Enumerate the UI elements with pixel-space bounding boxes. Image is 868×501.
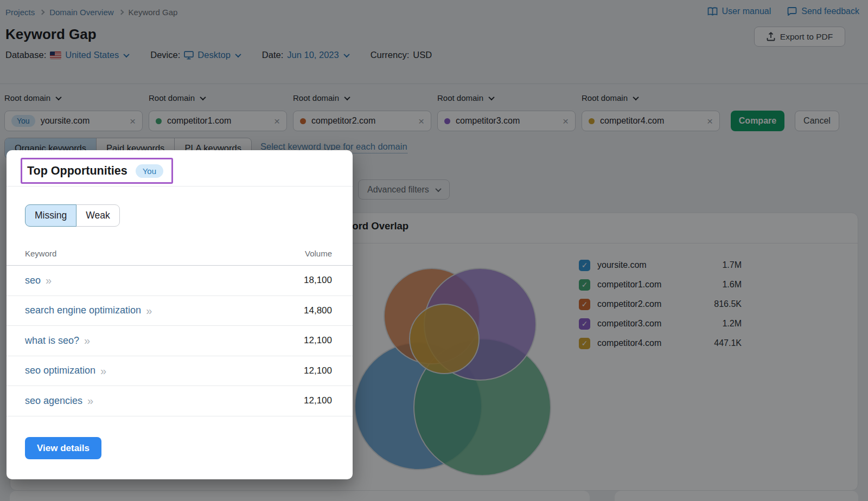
volume-value: 14,800 xyxy=(304,305,332,316)
keyword-text: seo agencies xyxy=(25,395,82,407)
double-chevron-icon xyxy=(46,275,52,286)
you-badge: You xyxy=(136,164,163,178)
keyword-text: seo xyxy=(25,275,41,286)
opportunities-table: Keyword Volume seo 18,100 search engine … xyxy=(7,242,353,416)
volume-column-header: Volume xyxy=(305,249,332,258)
keyword-column-header: Keyword xyxy=(25,249,56,258)
double-chevron-icon xyxy=(87,395,93,406)
double-chevron-icon xyxy=(84,335,90,346)
double-chevron-icon xyxy=(146,305,152,316)
keyword-link[interactable]: what is seo? xyxy=(25,335,90,346)
toggle-missing[interactable]: Missing xyxy=(25,204,76,227)
volume-value: 18,100 xyxy=(304,275,332,286)
popup-title: Top Opportunities xyxy=(27,164,127,178)
view-details-button[interactable]: View details xyxy=(25,437,101,459)
toggle-weak[interactable]: Weak xyxy=(76,204,119,227)
volume-value: 12,100 xyxy=(304,365,332,376)
double-chevron-icon xyxy=(100,365,106,376)
table-header: Keyword Volume xyxy=(7,242,353,266)
keyword-link[interactable]: seo agencies xyxy=(25,395,93,407)
opportunity-type-toggle: Missing Weak xyxy=(25,204,120,227)
keyword-link[interactable]: seo xyxy=(25,275,52,286)
keyword-text: search engine optimization xyxy=(25,305,141,316)
keyword-text: what is seo? xyxy=(25,335,79,346)
popup-divider xyxy=(7,186,353,187)
keyword-link[interactable]: search engine optimization xyxy=(25,305,152,316)
keyword-link[interactable]: seo optimization xyxy=(25,365,106,376)
table-row: search engine optimization 14,800 xyxy=(7,296,353,326)
purple-highlight-box: Top Opportunities You xyxy=(21,158,173,184)
table-row: seo agencies 12,100 xyxy=(7,386,353,416)
keyword-gap-screen: Projects Domain Overview Keyword Gap Use… xyxy=(0,0,868,501)
volume-value: 12,100 xyxy=(304,335,332,346)
table-row: what is seo? 12,100 xyxy=(7,326,353,356)
top-opportunities-popup: Top Opportunities You Missing Weak Keywo… xyxy=(7,150,353,479)
table-row: seo 18,100 xyxy=(7,266,353,296)
table-row: seo optimization 12,100 xyxy=(7,356,353,387)
volume-value: 12,100 xyxy=(304,395,332,406)
keyword-text: seo optimization xyxy=(25,365,95,376)
